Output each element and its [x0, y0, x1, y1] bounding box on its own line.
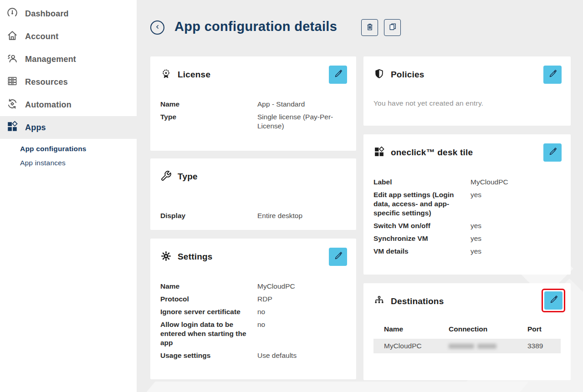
sidebar-subitem-app-instances[interactable]: App instances: [20, 156, 137, 170]
card-title: Type: [178, 172, 198, 182]
sidebar-subitem-label: App instances: [20, 159, 66, 167]
card-title: License: [178, 70, 210, 80]
pencil-icon: [333, 251, 343, 262]
row-value: no: [257, 307, 346, 316]
row-value: Use defaults: [257, 351, 346, 360]
row-label: Protocol: [160, 295, 257, 304]
settings-edit-button[interactable]: [329, 248, 347, 266]
license-edit-button[interactable]: [329, 66, 347, 84]
row-value: MyCloudPC: [470, 178, 561, 187]
background-decoration: [145, 382, 529, 392]
oneclick-edit-button[interactable]: [543, 143, 562, 162]
sidebar-subitem-app-configurations[interactable]: App configurations: [20, 142, 137, 156]
card-rows: Display Entire desktop: [160, 209, 346, 222]
apps-grid-icon: [6, 121, 18, 134]
table-header-row: Name Connection Port: [373, 324, 561, 339]
pencil-icon: [548, 69, 557, 80]
sidebar-nav: Dashboard Account Management: [0, 0, 137, 170]
gauge-icon: [6, 7, 18, 20]
detail-row: Protocol RDP: [160, 293, 346, 305]
detail-row: Type Single license (Pay-Per-License): [160, 111, 346, 132]
column-header-connection: Connection: [449, 325, 527, 333]
card-rows: Name App - Standard Type Single license …: [160, 98, 346, 132]
shield-icon: [373, 68, 385, 81]
oneclick-desk-tile-card: oneclick™ desk tile Label MyCloudPC Edit…: [363, 134, 571, 275]
column-header-name: Name: [384, 325, 449, 333]
sidebar-item-label: Account: [25, 32, 58, 41]
sidebar-item-resources[interactable]: Resources: [0, 71, 137, 93]
row-value: yes: [470, 221, 561, 230]
card-rows: Label MyCloudPC Edit app settings (Login…: [373, 176, 561, 258]
detail-row: VM details yes: [373, 245, 561, 258]
detail-row: Name App - Standard: [160, 98, 346, 111]
destinations-edit-button[interactable]: [544, 291, 563, 310]
policies-card: Policies You have not yet created an ent…: [363, 56, 571, 126]
row-label: Name: [160, 282, 257, 291]
row-label: Type: [160, 112, 257, 131]
detail-row: Name MyCloudPC: [160, 280, 346, 293]
duplicate-button[interactable]: [384, 19, 401, 36]
row-value: Single license (Pay-Per-License): [257, 112, 346, 131]
column-header-port: Port: [527, 325, 561, 333]
detail-row: Allow login data to be entered when star…: [160, 318, 346, 349]
back-button[interactable]: [150, 20, 164, 35]
pencil-icon: [333, 69, 343, 80]
trash-icon: [365, 22, 374, 33]
card-header: oneclick™ desk tile: [373, 143, 561, 162]
destinations-table: Name Connection Port MyCloudPC 3389: [373, 324, 561, 353]
sidebar-subitem-label: App configurations: [20, 145, 87, 153]
row-label: Ignore server certificate: [160, 307, 257, 316]
card-title: Settings: [178, 252, 213, 262]
card-header: Policies: [373, 66, 561, 84]
delete-button[interactable]: [361, 19, 378, 36]
row-label: Display: [160, 211, 257, 220]
sidebar-item-label: Automation: [25, 100, 72, 110]
card-title: Policies: [391, 70, 424, 80]
sidebar-item-management[interactable]: Management: [0, 48, 137, 71]
destination-port: 3389: [527, 342, 561, 350]
sidebar-item-label: Apps: [25, 123, 46, 132]
wrench-icon: [160, 170, 172, 183]
card-header: Destinations: [373, 292, 561, 311]
row-value: yes: [470, 247, 561, 256]
card-header: Settings: [160, 248, 346, 266]
award-icon: [160, 68, 172, 81]
detail-row: Ignore server certificate no: [160, 305, 346, 318]
users-icon: [6, 52, 18, 66]
card-title: Destinations: [391, 296, 444, 306]
red-highlight-annotation: [542, 289, 565, 312]
type-card: Type Display Entire desktop: [150, 158, 356, 230]
sidebar-item-account[interactable]: Account: [0, 25, 137, 48]
row-value: no: [257, 320, 346, 347]
sidebar-sub-items: App configurations App instances: [20, 142, 137, 170]
detail-row: Switch VM on/off yes: [373, 219, 561, 232]
sidebar-item-label: Management: [25, 55, 76, 64]
sidebar-item-automation[interactable]: Automation: [0, 93, 137, 116]
page-title: App configuration details: [174, 19, 337, 34]
pencil-icon: [549, 295, 558, 306]
card-header: Type: [160, 168, 346, 186]
sidebar-item-label: Resources: [25, 77, 68, 87]
row-value: yes: [470, 190, 561, 218]
sidebar-item-apps[interactable]: Apps: [0, 116, 137, 139]
sidebar-item-label: Dashboard: [25, 9, 69, 19]
row-label: Name: [160, 100, 257, 109]
chevron-left-icon: [153, 23, 162, 32]
detail-row: Usage settings Use defaults: [160, 349, 346, 362]
row-label: Usage settings: [160, 351, 257, 360]
pencil-icon: [548, 147, 557, 158]
row-label: Switch VM on/off: [373, 221, 470, 230]
sync-arrows-icon: [6, 98, 18, 112]
policies-edit-button[interactable]: [543, 66, 562, 84]
settings-card: Settings Name MyCloudPC Protocol RDP Ign…: [150, 239, 356, 379]
sidebar-item-dashboard[interactable]: Dashboard: [0, 2, 137, 25]
row-label: Edit app settings (Login data, access- a…: [373, 190, 470, 218]
row-label: Label: [373, 178, 470, 187]
table-row[interactable]: MyCloudPC 3389: [373, 339, 561, 353]
empty-state-text: You have not yet created an entry.: [373, 99, 561, 107]
card-header: License: [160, 66, 346, 84]
row-value: App - Standard: [257, 100, 346, 109]
card-rows: Name MyCloudPC Protocol RDP Ignore serve…: [160, 280, 346, 362]
sitemap-icon: [373, 295, 385, 308]
server-icon: [6, 75, 18, 89]
